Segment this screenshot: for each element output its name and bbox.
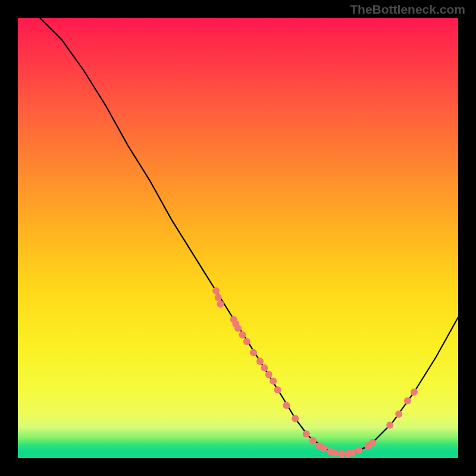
data-marker <box>217 300 224 308</box>
chart-svg <box>18 18 458 458</box>
data-marker <box>234 325 242 332</box>
data-marker <box>261 364 268 371</box>
data-marker <box>212 287 220 295</box>
data-marker <box>369 439 376 446</box>
plot-area <box>18 18 458 458</box>
data-marker <box>320 445 327 452</box>
data-marker <box>215 294 222 301</box>
data-marker <box>395 411 402 418</box>
data-marker <box>243 338 250 345</box>
data-markers <box>212 287 418 458</box>
data-marker <box>349 449 356 456</box>
data-marker <box>356 447 363 454</box>
data-marker <box>331 449 339 456</box>
data-marker <box>303 430 310 437</box>
data-marker <box>386 422 393 429</box>
data-marker <box>292 415 299 422</box>
data-marker <box>250 349 257 356</box>
data-marker <box>256 358 264 365</box>
data-marker <box>283 402 290 409</box>
data-marker <box>338 450 345 458</box>
data-marker <box>265 371 273 378</box>
data-marker <box>274 386 281 393</box>
data-marker <box>239 331 246 339</box>
watermark-text: TheBottleneck.com <box>350 2 465 17</box>
data-marker <box>404 397 411 405</box>
data-marker <box>411 389 418 396</box>
data-marker <box>309 437 317 444</box>
bottleneck-curve <box>40 18 458 454</box>
data-marker <box>270 378 277 385</box>
